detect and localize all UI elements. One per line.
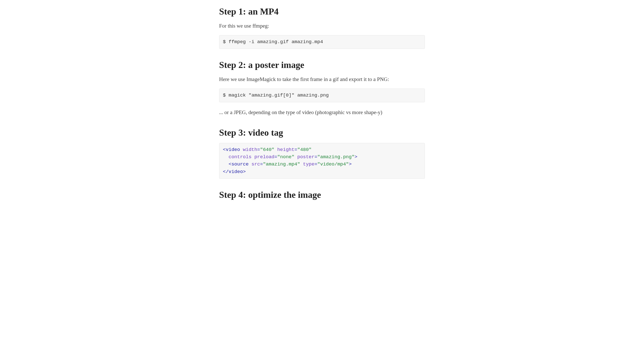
step1-heading: Step 1: an MP4 [219,6,425,17]
step3-code: <video width="640" height="480" controls… [223,147,357,175]
step3-heading: Step 3: video tag [219,127,425,138]
step1-code-block: $ ffmpeg -i amazing.gif amazing.mp4 [219,35,425,49]
step1-code: $ ffmpeg -i amazing.gif amazing.mp4 [223,39,323,45]
step2-code-block: $ magick "amazing.gif[0]" amazing.png [219,89,425,102]
article-body: Step 1: an MP4 For this we use ffmpeg: $… [214,0,430,215]
step3-code-block: <video width="640" height="480" controls… [219,143,425,179]
step2-code: $ magick "amazing.gif[0]" amazing.png [223,93,329,98]
step2-heading: Step 2: a poster image [219,59,425,71]
step2-outro: ... or a JPEG, depending on the type of … [219,108,425,117]
step4-heading: Step 4: optimize the image [219,189,425,201]
step1-intro: For this we use ffmpeg: [219,22,425,30]
step2-intro: Here we use ImageMagick to take the firs… [219,75,425,83]
